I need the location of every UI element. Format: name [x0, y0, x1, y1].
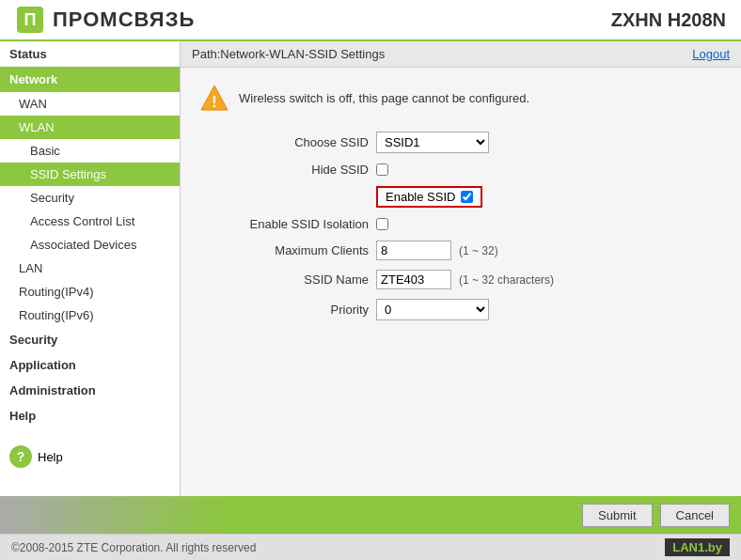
warning-icon: ! — [199, 83, 229, 113]
choose-ssid-row: Choose SSID SSID1 SSID2 SSID3 SSID4 — [199, 132, 722, 153]
sidebar-item-administration[interactable]: Administration — [0, 378, 180, 403]
help-circle-icon: ? — [9, 445, 32, 468]
ssid-name-label: SSID Name — [199, 272, 369, 287]
max-clients-input[interactable] — [376, 241, 451, 260]
hide-ssid-checkbox[interactable] — [376, 163, 388, 176]
help-label: Help — [38, 450, 63, 464]
path-text: Path:Network-WLAN-SSID Settings — [192, 47, 385, 61]
sidebar-item-associated-devices[interactable]: Associated Devices — [0, 233, 180, 257]
sidebar-item-status[interactable]: Status — [0, 41, 180, 67]
enable-ssid-checkbox[interactable] — [461, 191, 473, 203]
sidebar-item-routing-ipv4[interactable]: Routing(IPv4) — [0, 280, 180, 303]
priority-label: Priority — [199, 303, 369, 317]
sidebar: Status Network WAN WLAN Basic SSID Setti… — [0, 41, 181, 496]
enable-ssid-highlighted: Enable SSID — [376, 186, 482, 208]
sidebar-item-lan[interactable]: LAN — [0, 257, 180, 280]
enable-ssid-isolation-checkbox[interactable] — [376, 218, 388, 230]
sidebar-item-ssid-settings[interactable]: SSID Settings — [0, 163, 180, 186]
choose-ssid-select[interactable]: SSID1 SSID2 SSID3 SSID4 — [376, 132, 489, 153]
priority-select[interactable]: 0123 4567 — [376, 299, 489, 320]
logo-area: П ПРОМСВЯЗЬ — [15, 5, 195, 35]
submit-button[interactable]: Submit — [582, 504, 652, 527]
enable-ssid-control: Enable SSID — [376, 186, 482, 208]
logo-icon: П — [15, 5, 45, 35]
max-clients-control: (1 ~ 32) — [376, 241, 498, 260]
hide-ssid-control — [376, 163, 388, 176]
sidebar-item-wan[interactable]: WAN — [0, 92, 180, 116]
enable-ssid-label: Enable SSID — [386, 190, 455, 204]
max-clients-label: Maximum Clients — [199, 243, 369, 257]
ssid-name-row: SSID Name (1 ~ 32 characters) — [199, 270, 722, 289]
choose-ssid-control: SSID1 SSID2 SSID3 SSID4 — [376, 132, 489, 153]
svg-text:П: П — [24, 10, 37, 29]
enable-ssid-isolation-label: Enable SSID Isolation — [199, 217, 369, 231]
enable-ssid-isolation-row: Enable SSID Isolation — [199, 217, 722, 231]
ssid-name-input[interactable] — [376, 270, 451, 289]
svg-text:!: ! — [212, 94, 216, 110]
warning-text: Wireless switch is off, this page cannot… — [239, 91, 529, 105]
choose-ssid-label: Choose SSID — [199, 135, 369, 149]
sidebar-item-acl[interactable]: Access Control List — [0, 210, 180, 233]
warning-banner: ! Wireless switch is off, this page cann… — [199, 83, 722, 113]
device-name: ZXHN H208N — [611, 9, 726, 31]
sidebar-item-wlan[interactable]: WLAN — [0, 116, 180, 139]
ssid-name-control: (1 ~ 32 characters) — [376, 270, 554, 289]
enable-ssid-isolation-control — [376, 218, 388, 230]
sidebar-item-basic[interactable]: Basic — [0, 139, 180, 163]
sidebar-item-application[interactable]: Application — [0, 352, 180, 378]
sidebar-item-routing-ipv6[interactable]: Routing(IPv6) — [0, 303, 180, 327]
main-layout: Status Network WAN WLAN Basic SSID Setti… — [0, 41, 741, 496]
priority-row: Priority 0123 4567 — [199, 299, 722, 320]
cancel-button[interactable]: Cancel — [660, 504, 730, 527]
logout-link[interactable]: Logout — [692, 47, 730, 61]
header: П ПРОМСВЯЗЬ ZXHN H208N — [0, 0, 741, 41]
content-body: ! Wireless switch is off, this page cann… — [181, 68, 741, 496]
sidebar-item-security[interactable]: Security — [0, 327, 180, 352]
sidebar-item-wlan-security[interactable]: Security — [0, 186, 180, 210]
path-bar: Path:Network-WLAN-SSID Settings Logout — [181, 41, 741, 68]
sidebar-item-network[interactable]: Network — [0, 67, 180, 92]
hide-ssid-row: Hide SSID — [199, 163, 722, 177]
sidebar-help[interactable]: ? Help — [0, 438, 180, 475]
content-area: Path:Network-WLAN-SSID Settings Logout !… — [181, 41, 741, 496]
ssid-name-hint: (1 ~ 32 characters) — [459, 273, 554, 287]
max-clients-row: Maximum Clients (1 ~ 32) — [199, 241, 722, 260]
sidebar-item-help[interactable]: Help — [0, 403, 180, 428]
max-clients-hint: (1 ~ 32) — [459, 244, 498, 257]
hide-ssid-label: Hide SSID — [199, 163, 369, 177]
bottom-bar: Submit Cancel — [0, 496, 741, 534]
logo-text: ПРОМСВЯЗЬ — [53, 8, 195, 32]
priority-control: 0123 4567 — [376, 299, 489, 320]
footer-copyright: ©2008-2015 ZTE Corporation. All rights r… — [11, 541, 256, 554]
enable-ssid-row: Enable SSID — [199, 186, 722, 208]
footer-badge: LAN1.by — [665, 538, 730, 556]
footer: ©2008-2015 ZTE Corporation. All rights r… — [0, 534, 741, 560]
